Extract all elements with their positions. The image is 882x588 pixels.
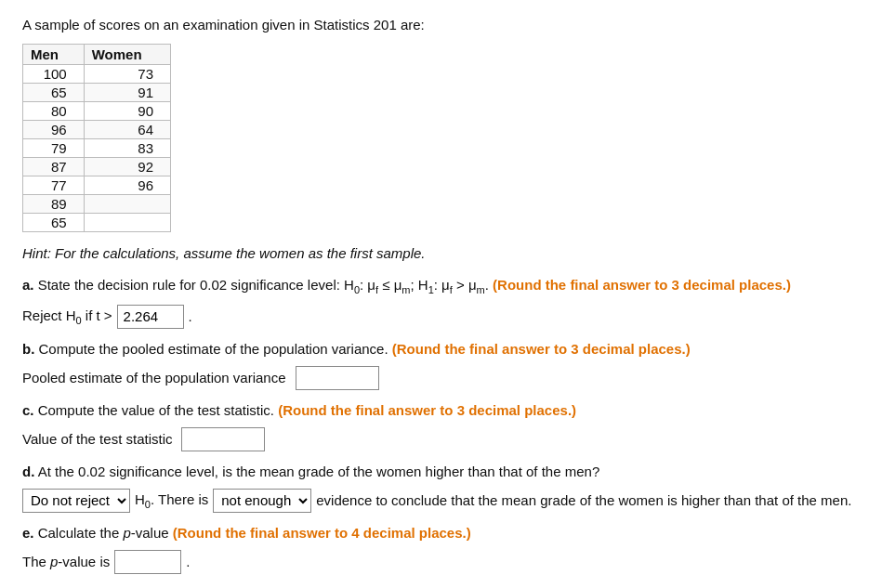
reject-h0-sub: 0 bbox=[76, 315, 82, 326]
section-c-question: c. Compute the value of the test statist… bbox=[22, 399, 860, 422]
section-e-question: e. Calculate the p-value (Round the fina… bbox=[22, 522, 860, 544]
d-answer-line: Do not rejectReject H0. There is not eno… bbox=[22, 489, 860, 513]
section-b-question: b. Compute the pooled estimate of the po… bbox=[22, 338, 860, 360]
table-cell: 65 bbox=[23, 84, 85, 102]
h1-sub-a: 1 bbox=[428, 284, 434, 295]
value-line: Value of the test statistic bbox=[22, 427, 860, 451]
section-e-label: e. bbox=[22, 525, 34, 541]
section-d-label: d. bbox=[22, 464, 34, 479]
p-italic-e: p bbox=[123, 525, 130, 541]
section-d-text: At the 0.02 significance level, is the m… bbox=[38, 464, 600, 479]
section-c: c. Compute the value of the test statist… bbox=[22, 399, 860, 451]
table-cell: 79 bbox=[23, 139, 85, 158]
table-cell: 77 bbox=[23, 176, 85, 195]
table-cell: 91 bbox=[84, 84, 170, 102]
h0-sub-d: 0 bbox=[145, 499, 151, 510]
table-cell: 90 bbox=[84, 102, 170, 121]
table-cell: 96 bbox=[23, 121, 85, 139]
section-d: d. At the 0.02 significance level, is th… bbox=[22, 461, 860, 513]
table-cell: 100 bbox=[23, 65, 85, 84]
table-cell: 73 bbox=[84, 65, 170, 84]
pvalue-input[interactable] bbox=[114, 550, 181, 574]
section-e-bold: (Round the final answer to 4 decimal pla… bbox=[173, 525, 471, 541]
hint-text: Hint: For the calculations, assume the w… bbox=[22, 245, 860, 261]
scores-table: Men Women 100736591809096647983879277968… bbox=[22, 44, 171, 232]
enough-dropdown[interactable]: not enoughenough bbox=[213, 489, 311, 513]
intro-text: A sample of scores on an examination giv… bbox=[22, 17, 860, 33]
pvalue-period: . bbox=[186, 554, 190, 569]
section-a-label: a. bbox=[22, 277, 34, 293]
section-e: e. Calculate the p-value (Round the fina… bbox=[22, 522, 860, 574]
table-cell: 64 bbox=[84, 121, 170, 139]
table-cell: 92 bbox=[84, 158, 170, 176]
reject-line: Reject H0 if t > . bbox=[22, 305, 860, 329]
reject-period: . bbox=[189, 308, 192, 324]
section-c-bold: (Round the final answer to 3 decimal pla… bbox=[278, 402, 576, 418]
h0-mum-sub: m bbox=[402, 284, 410, 295]
table-header-women: Women bbox=[84, 45, 170, 65]
reject-text: Reject H0 if t > bbox=[22, 307, 112, 326]
section-b-bold: (Round the final answer to 3 decimal pla… bbox=[392, 341, 691, 357]
section-b: b. Compute the pooled estimate of the po… bbox=[22, 338, 860, 390]
pooled-label: Pooled estimate of the population varian… bbox=[22, 370, 286, 385]
h1-mum-sub: m bbox=[477, 284, 485, 295]
section-d-question: d. At the 0.02 significance level, is th… bbox=[22, 461, 860, 483]
table-header-men: Men bbox=[23, 45, 85, 65]
pooled-line: Pooled estimate of the population varian… bbox=[22, 366, 860, 390]
table-cell: 96 bbox=[84, 176, 170, 195]
section-b-label: b. bbox=[22, 341, 34, 357]
reject-dropdown[interactable]: Do not rejectReject bbox=[22, 489, 130, 513]
table-cell: 65 bbox=[23, 214, 85, 232]
section-a-question: a. State the decision rule for 0.02 sign… bbox=[22, 274, 860, 299]
pooled-variance-input[interactable] bbox=[296, 366, 379, 390]
section-c-text: Compute the value of the test statistic. bbox=[38, 402, 278, 418]
reject-value-input[interactable] bbox=[117, 305, 184, 329]
h1-muf-sub: f bbox=[450, 284, 453, 295]
section-a-text: State the decision rule for 0.02 signifi… bbox=[38, 277, 493, 293]
p-italic-e2: p bbox=[50, 554, 58, 569]
table-cell: 83 bbox=[84, 139, 170, 158]
table-cell: 89 bbox=[23, 195, 85, 214]
pvalue-line: The p-value is . bbox=[22, 550, 860, 574]
table-cell bbox=[84, 214, 170, 232]
value-label: Value of the test statistic bbox=[22, 431, 172, 447]
table-cell: 87 bbox=[23, 158, 85, 176]
section-c-label: c. bbox=[22, 402, 34, 418]
table-cell: 80 bbox=[23, 102, 85, 121]
h0-label-d: H0. There is bbox=[135, 491, 208, 510]
conclusion-text: evidence to conclude that the mean grade… bbox=[316, 492, 851, 508]
section-a-bold: (Round the final answer to 3 decimal pla… bbox=[493, 277, 791, 293]
h0-muf-sub: f bbox=[375, 284, 378, 295]
section-b-text: Compute the pooled estimate of the popul… bbox=[39, 341, 392, 357]
h0-sub-a: 0 bbox=[354, 284, 360, 295]
pvalue-label: The p-value is bbox=[22, 554, 110, 569]
test-statistic-input[interactable] bbox=[181, 427, 265, 451]
section-a: a. State the decision rule for 0.02 sign… bbox=[22, 274, 860, 329]
table-cell bbox=[84, 195, 170, 214]
section-e-text: Calculate the p-value bbox=[38, 525, 173, 541]
